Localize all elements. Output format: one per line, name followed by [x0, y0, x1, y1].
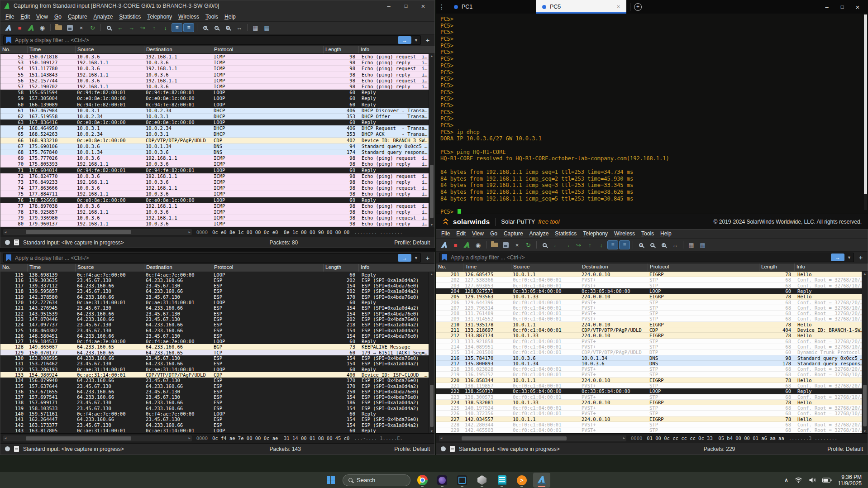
horizontal-scrollbar[interactable] [439, 435, 626, 441]
packet-row[interactable]: 53150.109127192.168.1.110.0.3.6ICMP98Ech… [0, 60, 429, 66]
packet-row[interactable]: 226140.3723560c:f0:c1:04:00:01PVST+STP68… [436, 411, 862, 416]
column-header-protocol[interactable]: Protocol [212, 264, 324, 272]
column-header-time[interactable]: Time [28, 264, 76, 272]
packet-row[interactable]: 136157.67165564.233.160.6623.45.67.130ES… [0, 389, 429, 394]
packet-row[interactable]: 213133.9218580c:f0:c1:04:00:01PVST+STP68… [436, 339, 862, 344]
packet-row[interactable]: 70175.805393192.168.1.110.0.3.6ICMP98Ech… [0, 161, 429, 167]
filter-bookmark-icon[interactable] [6, 254, 11, 261]
stop-capture-icon[interactable]: ■ [14, 23, 25, 33]
scroll-right-icon[interactable] [188, 436, 190, 440]
go-first-icon[interactable]: ↑ [585, 240, 595, 250]
packet-row[interactable]: 220136.85834410.0.1.1224.0.0.10EIGRP78He… [436, 378, 862, 383]
vmware-icon[interactable] [453, 473, 471, 488]
column-header-source[interactable]: Source [76, 46, 144, 53]
expert-info-icon[interactable] [441, 446, 446, 451]
packet-row[interactable]: 62167.51955810.0.2.3410.0.3.1DHCP353DHCP… [0, 114, 429, 120]
scroll-up-icon[interactable] [429, 54, 434, 57]
vertical-scrollbar[interactable] [429, 54, 434, 227]
profile-label[interactable]: Profile: Default [394, 446, 430, 452]
packet-row[interactable]: 69175.77702610.0.3.6192.168.1.1ICMP98Ech… [0, 155, 429, 161]
zoom-reset-icon[interactable]: 1 [223, 23, 233, 33]
column-header-no[interactable]: No. [0, 46, 28, 53]
packet-row[interactable]: 77178.89703810.0.3.6192.168.1.1ICMP98Ech… [0, 203, 429, 209]
reload-file-icon[interactable]: ↻ [523, 240, 534, 250]
packet-row[interactable]: 76178.5266980c:e0:8e:1c:00:000c:e0:8e:1c… [0, 197, 429, 203]
packet-row[interactable]: 138157.69917123.45.67.13064.233.160.66ES… [0, 400, 429, 405]
column-header-source[interactable]: Source [76, 264, 144, 272]
display-filter-input[interactable] [14, 254, 395, 262]
battery-icon[interactable] [822, 478, 832, 483]
capture-comment-icon[interactable] [14, 446, 19, 452]
filter-bookmark-icon[interactable] [6, 37, 11, 43]
scroll-right-icon[interactable] [188, 230, 190, 234]
packet-row[interactable]: 218136.0238280c:f0:c1:04:00:01PVST+STP68… [436, 366, 862, 372]
reload-file-icon[interactable]: ↻ [87, 23, 98, 33]
packet-row[interactable]: 130153.00859564.233.160.6623.45.67.130ES… [0, 355, 429, 361]
find-packet-icon[interactable] [104, 23, 114, 33]
packet-row[interactable]: 122143.95153964.233.160.6623.45.67.130ES… [0, 311, 429, 316]
display-filter-input[interactable] [450, 254, 828, 261]
profile-label[interactable]: Profile: Default [394, 239, 430, 246]
restart-capture-icon[interactable] [26, 23, 36, 33]
scroll-left-icon[interactable] [5, 230, 6, 234]
column-header-destination[interactable]: Destination [580, 263, 648, 271]
tray-overflow-icon[interactable] [784, 477, 788, 483]
close-file-icon[interactable]: × [512, 240, 522, 250]
menu-item-telephony[interactable]: Telephony [144, 14, 175, 20]
scroll-right-icon[interactable] [623, 436, 625, 440]
packet-row[interactable]: 80179.960137192.168.1.110.0.3.6ICMP98Ech… [0, 221, 429, 227]
minimize-button[interactable] [821, 2, 833, 12]
packet-row[interactable]: 212133.88717410.0.1.33224.0.0.10EIGRP78H… [436, 333, 862, 338]
terminal-tab-pc5[interactable]: PC5 [536, 0, 626, 14]
scroll-down-icon[interactable] [429, 430, 434, 433]
taskbar-search[interactable]: Search [343, 474, 410, 486]
capture-fin-icon[interactable] [3, 23, 14, 33]
packet-row[interactable]: 216135.78417010.0.3.610.0.1.34DNS98Stand… [436, 355, 862, 361]
go-back-icon[interactable]: ← [115, 23, 125, 33]
filter-bookmark-icon[interactable] [442, 254, 447, 261]
column-header-destination[interactable]: Destination [144, 46, 212, 53]
start-button[interactable] [322, 473, 339, 488]
save-file-icon[interactable] [65, 23, 75, 33]
capture-options-icon[interactable]: ◉ [473, 240, 483, 250]
menu-item-go[interactable]: Go [487, 230, 501, 237]
vertical-scrollbar[interactable] [429, 272, 434, 434]
packet-row[interactable]: 131153.21646223.45.67.13064.233.160.66ES… [0, 361, 429, 366]
packet-row[interactable]: 75177.884711192.168.1.110.0.3.6ICMP98Ech… [0, 191, 429, 197]
packet-row[interactable]: 134156.07994064.233.160.6623.45.67.130ES… [0, 378, 429, 383]
packet-row[interactable]: 63167.8364160c:e0:8e:1c:00:000c:e0:8e:1c… [0, 120, 429, 125]
wifi-icon[interactable] [795, 477, 802, 483]
filter-dropdown-caret[interactable] [414, 38, 418, 43]
display-filter-input-wrap[interactable] [439, 253, 854, 262]
packet-row[interactable]: 132153.2861930c:ae:31:14:00:010c:ae:31:1… [0, 367, 429, 372]
packet-row[interactable]: 118139.59585723.45.67.13064.233.160.66ES… [0, 288, 429, 294]
taskbar-clock[interactable]: 9:36 PM 11/9/2025 [838, 474, 862, 487]
close-file-icon[interactable]: × [76, 23, 86, 33]
packet-row[interactable]: 206129.6443960c:f0:c1:04:00:01PVST+STP68… [436, 300, 862, 305]
packet-row[interactable]: 203127.6930530c:f0:c1:04:00:01PVST+STP68… [436, 283, 862, 288]
packet-row[interactable]: 222138.2507370c:33:05:b4:00:000c:33:05:b… [436, 388, 862, 394]
packet-row[interactable]: 201126.68547510.0.1.1224.0.0.10EIGRP78He… [436, 272, 862, 277]
packet-row[interactable]: 72176.82477010.0.3.6192.168.1.1ICMP98Ech… [0, 173, 429, 179]
packet-row[interactable]: 56152.15774410.0.3.6192.168.1.1ICMP98Ech… [0, 78, 429, 84]
stop-capture-icon[interactable]: ■ [450, 240, 461, 250]
packet-row[interactable]: 60166.1390890c:94:fe:82:00:010c:94:fe:82… [0, 102, 429, 108]
notepad-icon[interactable] [493, 473, 510, 488]
column-header-length[interactable]: Length [324, 264, 359, 272]
column-header-time[interactable]: Time [463, 263, 511, 271]
packet-row[interactable]: 67175.69010610.0.3.610.0.1.34DNS94Standa… [0, 144, 429, 149]
packet-row[interactable]: 143163.8178050c:ae:31:14:00:010c:ae:31:1… [0, 428, 429, 433]
menu-item-analyze[interactable]: Analyze [91, 14, 116, 20]
resize-columns-icon[interactable]: ↔ [234, 23, 244, 33]
packet-row[interactable]: 229142.4655030c:f0:c1:04:00:01PVST+STP68… [436, 427, 862, 433]
go-last-icon[interactable]: ↓ [596, 240, 606, 250]
close-button[interactable] [852, 2, 863, 12]
packet-row[interactable]: 125148.46430223.45.67.13064.233.160.66ES… [0, 328, 429, 333]
packet-row[interactable]: 64168.46495010.0.3.110.0.2.34DHCP406DHCP… [0, 125, 429, 131]
capture-comment-icon[interactable] [14, 239, 19, 245]
packet-row[interactable]: 126148.58045164.233.160.6623.45.67.130ES… [0, 333, 429, 339]
scroll-left-icon[interactable] [5, 436, 6, 440]
go-forward-icon[interactable]: → [126, 23, 137, 33]
menu-item-analyze[interactable]: Analyze [526, 230, 552, 237]
packet-row[interactable]: 141162.26444764.233.160.6623.45.67.130ES… [0, 416, 429, 422]
